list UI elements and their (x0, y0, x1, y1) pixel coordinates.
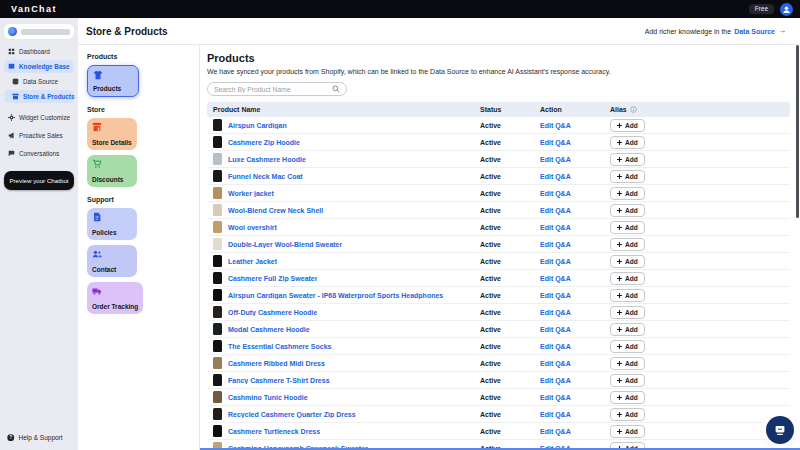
add-alias-label: Add (625, 292, 638, 299)
edit-qa-link[interactable]: Edit Q&A (540, 258, 610, 265)
product-name-link[interactable]: Off-Duty Cashmere Hoodie (228, 309, 317, 316)
product-name-link[interactable]: Luxe Cashmere Hoodie (228, 156, 306, 163)
add-alias-label: Add (625, 139, 638, 146)
edit-qa-link[interactable]: Edit Q&A (540, 207, 610, 214)
card-store-details[interactable]: Store Details (87, 118, 137, 150)
add-alias-button[interactable]: Add (610, 357, 645, 370)
edit-qa-link[interactable]: Edit Q&A (540, 156, 610, 163)
card-order-tracking[interactable]: Order Tracking (87, 282, 143, 314)
add-alias-button[interactable]: Add (610, 272, 645, 285)
add-alias-button[interactable]: Add (610, 255, 645, 268)
product-name-link[interactable]: Cashmino Tunic Hoodie (228, 394, 308, 401)
scrollbar-thumb[interactable] (796, 45, 799, 218)
help-icon: ? (7, 434, 15, 442)
sidebar-item-data-source[interactable]: Data Source (4, 75, 74, 88)
product-name-link[interactable]: Cashmere Full Zip Sweater (228, 275, 317, 282)
search-input[interactable] (214, 86, 328, 93)
product-name-link[interactable]: Funnel Neck Mac Coat (228, 173, 303, 180)
truck-icon (92, 286, 102, 296)
status-text: Active (480, 122, 540, 129)
user-avatar[interactable] (780, 3, 793, 16)
edit-qa-link[interactable]: Edit Q&A (540, 326, 610, 333)
status-text: Active (480, 173, 540, 180)
product-name-link[interactable]: Worker jacket (228, 190, 274, 197)
edit-qa-link[interactable]: Edit Q&A (540, 122, 610, 129)
plus-icon (617, 242, 622, 247)
add-alias-button[interactable]: Add (610, 340, 645, 353)
edit-qa-link[interactable]: Edit Q&A (540, 428, 610, 435)
product-name-link[interactable]: The Essential Cashmere Socks (228, 343, 332, 350)
status-text: Active (480, 360, 540, 367)
add-alias-button[interactable]: Add (610, 119, 645, 132)
product-name-link[interactable]: Recycled Cashmere Quarter Zip Dress (228, 411, 356, 418)
user-card[interactable] (4, 24, 74, 39)
add-alias-button[interactable]: Add (610, 204, 645, 217)
add-alias-button[interactable]: Add (610, 408, 645, 421)
add-alias-button[interactable]: Add (610, 136, 645, 149)
product-name-link[interactable]: Cashmere Turtleneck Dress (228, 428, 320, 435)
card-products[interactable]: Products (87, 65, 139, 97)
sidebar-item-store-products[interactable]: Store & Products (4, 90, 74, 103)
product-name-link[interactable]: Cashmere Ribbed Midi Dress (228, 360, 325, 367)
card-discounts[interactable]: Discounts (87, 155, 137, 187)
edit-qa-link[interactable]: Edit Q&A (540, 139, 610, 146)
edit-qa-link[interactable]: Edit Q&A (540, 309, 610, 316)
edit-qa-link[interactable]: Edit Q&A (540, 292, 610, 299)
product-name-link[interactable]: Airspun Cardigan (228, 122, 287, 129)
product-name-link[interactable]: Fancy Cashmere T-Shirt Dress (228, 377, 330, 384)
card-contact[interactable]: Contact (87, 245, 137, 277)
product-name-link[interactable]: Cashmere Zip Hoodie (228, 139, 300, 146)
add-alias-button[interactable]: Add (610, 289, 645, 302)
product-name-link[interactable]: Leather Jacket (228, 258, 277, 265)
add-alias-button[interactable]: Add (610, 391, 645, 404)
preview-chatbot-button[interactable]: Preview your Chatbot (4, 171, 74, 190)
product-thumbnail (213, 153, 222, 165)
edit-qa-link[interactable]: Edit Q&A (540, 411, 610, 418)
add-alias-button[interactable]: Add (610, 374, 645, 387)
info-icon[interactable] (630, 106, 637, 113)
add-alias-button[interactable]: Add (610, 425, 645, 438)
product-thumbnail (213, 136, 222, 148)
add-alias-button[interactable]: Add (610, 238, 645, 251)
edit-qa-link[interactable]: Edit Q&A (540, 377, 610, 384)
add-alias-label: Add (625, 326, 638, 333)
sidebar-item-widget-customize[interactable]: Widget Customize (4, 111, 74, 124)
product-name-cell: Funnel Neck Mac Coat (207, 170, 480, 182)
product-name-link[interactable]: Wool-Blend Crew Neck Shell (228, 207, 323, 214)
card-policies[interactable]: Policies (87, 208, 137, 240)
status-text: Active (480, 258, 540, 265)
plus-icon (617, 157, 622, 162)
add-alias-button[interactable]: Add (610, 323, 645, 336)
product-name-link[interactable]: Double-Layer Wool-Blend Sweater (228, 241, 342, 248)
sidebar-item-knowledge-base[interactable]: Knowledge Base (4, 60, 74, 73)
help-support-button[interactable]: ? Help & Support (4, 432, 74, 444)
edit-qa-link[interactable]: Edit Q&A (540, 394, 610, 401)
sidebar-item-proactive-sales[interactable]: Proactive Sales (4, 129, 74, 142)
edit-qa-link[interactable]: Edit Q&A (540, 343, 610, 350)
section-label-support: Support (87, 196, 190, 203)
card-label: Store Details (92, 139, 134, 146)
page-title: Store & Products (86, 26, 168, 37)
add-alias-button[interactable]: Add (610, 306, 645, 319)
add-alias-button[interactable]: Add (610, 170, 645, 183)
product-name-link[interactable]: Airspun Cardigan Sweater - IP68 Waterpro… (228, 292, 443, 299)
chat-widget-button[interactable] (766, 416, 794, 444)
edit-qa-link[interactable]: Edit Q&A (540, 241, 610, 248)
edit-qa-link[interactable]: Edit Q&A (540, 173, 610, 180)
add-alias-button[interactable]: Add (610, 221, 645, 234)
edit-qa-link[interactable]: Edit Q&A (540, 224, 610, 231)
edit-qa-link[interactable]: Edit Q&A (540, 190, 610, 197)
table-row: Funnel Neck Mac Coat Active Edit Q&A Add (207, 168, 790, 185)
product-thumbnail (213, 238, 222, 250)
sidebar-item-conversations[interactable]: Conversations (4, 147, 74, 160)
edit-qa-link[interactable]: Edit Q&A (540, 360, 610, 367)
add-alias-button[interactable]: Add (610, 153, 645, 166)
data-source-link[interactable]: Data Source (734, 28, 775, 35)
add-alias-button[interactable]: Add (610, 187, 645, 200)
product-name-link[interactable]: Modal Cashmere Hoodie (228, 326, 310, 333)
sidebar-item-dashboard[interactable]: Dashboard (4, 45, 74, 58)
plan-badge[interactable]: Free (749, 4, 774, 15)
edit-qa-link[interactable]: Edit Q&A (540, 275, 610, 282)
search-icon[interactable] (332, 85, 340, 93)
product-name-link[interactable]: Wool overshirt (228, 224, 277, 231)
